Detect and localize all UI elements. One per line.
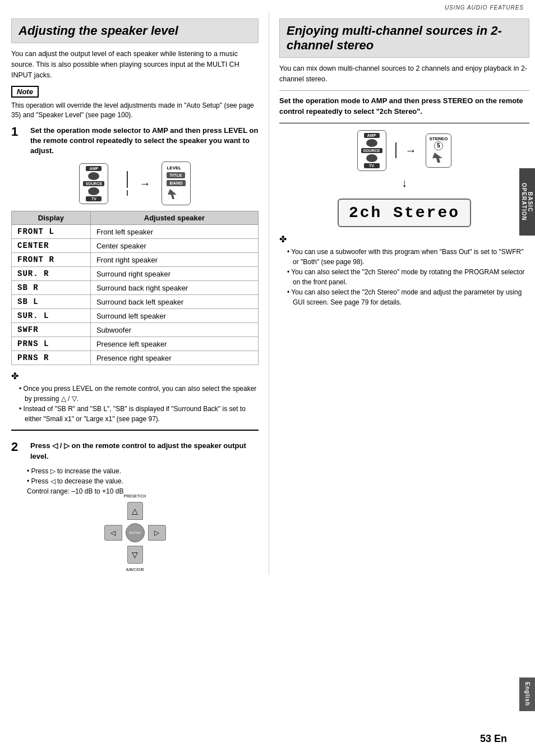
step2-section: 2 Press ◁ / ▷ on the remote control to a… — [11, 430, 259, 563]
step2-bullet2: • Press ◁ to decrease the value. — [27, 476, 259, 486]
table-col1: Display — [12, 211, 91, 225]
table-row: SB RSurround back right speaker — [12, 281, 259, 295]
table-cell-speaker: Surround right speaker — [90, 267, 258, 281]
english-tab: English — [519, 677, 535, 711]
step2-number: 2 — [11, 441, 27, 453]
dpad-bottom-label: A/B/C/D/B — [126, 568, 144, 571]
basic-operation-tab: BASICOPERATION — [519, 168, 535, 236]
dpad-diagram: △ ▽ ◁ ▷ ENTER PRESET/CH A/B/C/D/B — [11, 502, 259, 564]
note-box: Note — [11, 86, 39, 98]
table-col2: Adjusted speaker — [90, 211, 258, 225]
table-row: CENTERCenter speaker — [12, 239, 259, 253]
amp-btn: AMP — [86, 166, 102, 171]
table-cell-display: SUR. L — [12, 309, 91, 323]
right-arrow: → — [405, 144, 417, 157]
table-cell-display: SB L — [12, 295, 91, 309]
right-tip-item2: • You can also select the "2ch Stereo" m… — [287, 267, 529, 287]
table-cell-display: SWFR — [12, 323, 91, 337]
tip1-item1: • Once you press LEVEL on the remote con… — [19, 384, 259, 404]
table-cell-display: PRNS R — [12, 351, 91, 365]
table-row: FRONT LFront left speaker — [12, 225, 259, 239]
table-row: SWFRSubwoofer — [12, 323, 259, 337]
left-intro-text: You can adjust the output level of each … — [11, 49, 259, 80]
right-source-oval — [366, 139, 377, 147]
stereo-display: 2ch Stereo — [338, 199, 471, 227]
table-cell-speaker: Surround left speaker — [90, 309, 258, 323]
main-layout: Adjusting the speaker level You can adju… — [0, 13, 535, 575]
table-cell-display: FRONT L — [12, 225, 91, 239]
step2-header: 2 Press ◁ / ▷ on the remote control to a… — [11, 441, 259, 461]
step2-text: Press ◁ / ▷ on the remote control to adj… — [30, 441, 259, 461]
right-diagram: AMP SOURCE TV → STEREO 5 — [279, 130, 529, 227]
right-arrow-down: ↓ — [402, 177, 407, 190]
table-cell-speaker: Presence right speaker — [90, 351, 258, 365]
speaker-table: Display Adjusted speaker FRONT LFront le… — [11, 211, 259, 365]
note-text: This operation will override the level a… — [11, 101, 259, 120]
amp-remote: AMP SOURCE TV — [79, 163, 108, 204]
table-cell-speaker: Front right speaker — [90, 253, 258, 267]
table-cell-display: SB R — [12, 281, 91, 295]
right-column: Enjoying multi-channel sources in 2-chan… — [269, 13, 535, 575]
tip1-list: • Once you press LEVEL on the remote con… — [11, 384, 259, 424]
step2-bullet1: • Press ▷ to increase the value. — [27, 466, 259, 476]
right-section-title: Enjoying multi-channel sources in 2-chan… — [279, 19, 529, 58]
table-row: PRNS RPresence right speaker — [12, 351, 259, 365]
table-row: SUR. RSurround right speaker — [12, 267, 259, 281]
table-cell-speaker: Surround back right speaker — [90, 281, 258, 295]
five-badge: 5 — [434, 141, 443, 150]
title-btn: TITLE — [167, 172, 185, 178]
right-tip-item3: • You can also select the "2ch Stereo" m… — [287, 287, 529, 307]
table-cell-speaker: Presence left speaker — [90, 337, 258, 351]
band-btn: BAND — [167, 180, 185, 186]
right-tv-oval — [366, 154, 377, 162]
tip1-section: ✤ • Once you press LEVEL on the remote c… — [11, 371, 259, 424]
step1-text: Set the operation mode selector to AMP a… — [30, 126, 259, 156]
dpad-right[interactable]: ▷ — [148, 525, 166, 541]
right-tip-list: • You can use a subwoofer with this prog… — [279, 247, 529, 307]
right-instruction: Set the operation mode to AMP and then p… — [279, 95, 529, 123]
tip1-item2: • Instead of "SB R" and "SB L", "SB" is … — [19, 404, 259, 424]
step1-number: 1 — [11, 126, 27, 138]
right-remote-row: AMP SOURCE TV → STEREO 5 — [357, 130, 452, 171]
right-tip-item1: • You can use a subwoofer with this prog… — [287, 247, 529, 267]
dpad-up[interactable]: △ — [127, 502, 143, 520]
source-label: SOURCE — [83, 181, 104, 186]
table-row: SUR. LSurround left speaker — [12, 309, 259, 323]
table-cell-display: SUR. R — [12, 267, 91, 281]
right-tv-label: TV — [364, 163, 380, 168]
right-tip-section: ✤ • You can use a subwoofer with this pr… — [279, 234, 529, 307]
tv-btn — [88, 187, 99, 195]
tv-label: TV — [86, 196, 102, 201]
table-cell-display: PRNS L — [12, 337, 91, 351]
table-cell-display: FRONT R — [12, 253, 91, 267]
dpad-down[interactable]: ▽ — [127, 546, 143, 564]
level-remote: LEVEL TITLE BAND — [162, 162, 190, 205]
dpad-left[interactable]: ◁ — [104, 525, 122, 541]
step2-bullets: • Press ▷ to increase the value. • Press… — [11, 466, 259, 496]
step1-arrow: → — [139, 177, 150, 190]
source-btn — [88, 172, 99, 180]
dpad-center[interactable]: ENTER — [126, 523, 145, 542]
right-source-label: SOURCE — [361, 148, 382, 153]
table-cell-speaker: Front left speaker — [90, 225, 258, 239]
right-amp-remote: AMP SOURCE TV — [357, 130, 386, 171]
table-row: FRONT RFront right speaker — [12, 253, 259, 267]
stereo-btn: STEREO 5 — [426, 133, 452, 168]
tip1-icon: ✤ — [11, 371, 259, 381]
page-header: USING AUDIO FEATURES — [0, 0, 535, 13]
left-column: Adjusting the speaker level You can adju… — [0, 13, 269, 575]
right-tip-icon: ✤ — [279, 234, 529, 245]
right-amp-btn: AMP — [364, 133, 380, 138]
step1-diagram: AMP SOURCE TV | → LEVEL TITLE BAND — [11, 162, 259, 205]
left-section-title: Adjusting the speaker level — [11, 19, 259, 43]
table-cell-speaker: Surround back left speaker — [90, 295, 258, 309]
table-cell-speaker: Center speaker — [90, 239, 258, 253]
table-cell-display: CENTER — [12, 239, 91, 253]
page-number: 53 En — [480, 733, 507, 745]
table-cell-speaker: Subwoofer — [90, 323, 258, 337]
stereo-cursor-icon — [431, 151, 446, 165]
table-row: SB LSurround back left speaker — [12, 295, 259, 309]
cursor-icon — [167, 188, 180, 201]
step1-header: 1 Set the operation mode selector to AMP… — [11, 126, 259, 156]
note-title: Note — [17, 87, 33, 96]
